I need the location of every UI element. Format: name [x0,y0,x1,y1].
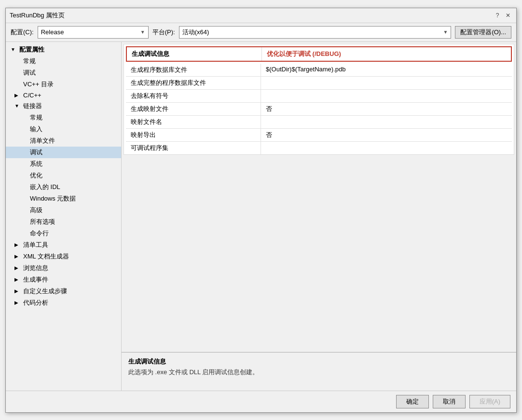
sidebar-item-linker-advanced[interactable]: 高级 [6,204,121,216]
prop-row-1[interactable]: 生成完整的程序数据库文件 [126,77,512,90]
prop-rows: 生成程序数据库文件$(OutDir)$(TargetName).pdb生成完整的… [124,64,514,154]
prop-header-col1: 生成调试信息 [127,47,262,61]
linker-debugging-label: 调试 [30,148,42,157]
ok-button[interactable]: 确定 [396,395,429,408]
main-content: ▼ 配置属性 常规调试VC++ 目录▶C/C++▼链接器常规输入清单文件调试系统… [6,42,516,391]
prop-value-0: $(OutDir)$(TargetName).pdb [261,64,512,76]
debug-label: 调试 [23,68,36,77]
sidebar-item-linker-cmdline[interactable]: 命令行 [6,228,121,239]
prop-row-4[interactable]: 映射文件名 [126,116,512,129]
properties-table: 生成调试信息 优化以便于调试 (/DEBUG) 生成程序数据库文件$(OutDi… [122,42,516,352]
prop-value-1 [261,77,512,89]
prop-header: 生成调试信息 优化以便于调试 (/DEBUG) [126,46,512,62]
prop-name-6: 可调试程序集 [126,142,261,154]
sidebar-item-linker-manifest[interactable]: 清单文件 [6,135,121,147]
linker-optimize-label: 优化 [30,171,42,180]
platform-value: 活动(x64) [182,28,209,37]
title-bar: TestRunDbg 属性页 ? ✕ [6,8,516,23]
description-panel: 生成调试信息 此选项为 .exe 文件或 DLL 启用调试信息创建。 [122,352,516,391]
config-label: 配置(C): [11,28,34,37]
cpp-expand-icon: ▶ [14,93,21,98]
sidebar-item-general[interactable]: 常规 [6,55,121,67]
linker-cmdline-label: 命令行 [30,229,49,238]
sidebar-item-debug[interactable]: 调试 [6,67,121,79]
linker-alloptions-label: 所有选项 [30,217,55,226]
dialog-title: TestRunDbg 属性页 [10,11,65,20]
sidebar-item-linker-alloptions[interactable]: 所有选项 [6,216,121,228]
linker-advanced-label: 高级 [30,206,42,215]
prop-value-4 [261,116,512,128]
sidebar-items: 常规调试VC++ 目录▶C/C++▼链接器常规输入清单文件调试系统优化嵌入的 I… [6,55,121,309]
prop-row-6[interactable]: 可调试程序集 [126,142,512,154]
sidebar: ▼ 配置属性 常规调试VC++ 目录▶C/C++▼链接器常规输入清单文件调试系统… [6,42,122,391]
linker-windows-meta-label: Windows 元数据 [30,194,76,203]
prop-row-0[interactable]: 生成程序数据库文件$(OutDir)$(TargetName).pdb [126,64,512,77]
platform-label: 平台(P): [152,28,175,37]
xml-docgen-expand-icon: ▶ [14,254,21,259]
prop-row-3[interactable]: 生成映射文件否 [126,103,512,116]
sidebar-item-linker[interactable]: ▼链接器 [6,100,121,112]
code-analysis-label: 代码分析 [23,298,48,307]
cancel-button[interactable]: 取消 [433,395,466,408]
sidebar-item-cpp[interactable]: ▶C/C++ [6,90,121,100]
sidebar-item-linker-debugging[interactable]: 调试 [6,147,121,158]
props-container: 生成调试信息 优化以便于调试 (/DEBUG) 生成程序数据库文件$(OutDi… [124,44,514,155]
toolbar-row: 配置(C): Release ▼ 平台(P): 活动(x64) ▼ 配置管理器(… [6,23,516,42]
vcpp-label: VC++ 目录 [23,80,54,89]
prop-row-5[interactable]: 映射导出否 [126,129,512,142]
linker-embedded-idl-label: 嵌入的 IDL [30,183,60,191]
browse-info-label: 浏览信息 [23,264,48,272]
manifest-tool-label: 清单工具 [23,241,48,249]
prop-name-0: 生成程序数据库文件 [126,64,261,76]
apply-button[interactable]: 应用(A) [469,395,510,408]
sidebar-root[interactable]: ▼ 配置属性 [6,44,121,55]
sidebar-item-linker-optimize[interactable]: 优化 [6,170,121,181]
sidebar-item-build-events[interactable]: ▶生成事件 [6,274,121,285]
sidebar-item-linker-input[interactable]: 输入 [6,123,121,135]
sidebar-item-linker-system[interactable]: 系统 [6,158,121,170]
prop-row-2[interactable]: 去除私有符号 [126,90,512,103]
prop-value-6 [261,142,512,154]
config-dropdown-arrow: ▼ [140,29,145,35]
prop-name-1: 生成完整的程序数据库文件 [126,77,261,89]
config-value: Release [41,28,64,36]
sidebar-item-browse-info[interactable]: ▶浏览信息 [6,262,121,274]
root-expand-icon: ▼ [11,47,17,52]
sidebar-item-vcpp[interactable]: VC++ 目录 [6,79,121,90]
sidebar-item-linker-windows-meta[interactable]: Windows 元数据 [6,193,121,204]
build-events-expand-icon: ▶ [14,277,21,282]
description-title: 生成调试信息 [128,357,509,366]
browse-info-expand-icon: ▶ [14,265,21,271]
prop-value-3: 否 [261,103,512,115]
sidebar-root-label: 配置属性 [19,45,44,54]
title-controls: ? ✕ [493,11,512,20]
platform-dropdown[interactable]: 活动(x64) ▼ [179,26,452,39]
prop-header-col2: 优化以便于调试 (/DEBUG) [262,47,346,61]
sidebar-item-xml-docgen[interactable]: ▶XML 文档生成器 [6,251,121,262]
sidebar-item-linker-general[interactable]: 常规 [6,112,121,123]
prop-name-3: 生成映射文件 [126,103,261,115]
sidebar-item-linker-embedded-idl[interactable]: 嵌入的 IDL [6,181,121,193]
platform-dropdown-arrow: ▼ [443,29,448,35]
xml-docgen-label: XML 文档生成器 [23,252,69,261]
custom-build-label: 自定义生成步骤 [23,287,67,296]
config-dropdown[interactable]: Release ▼ [38,26,149,39]
linker-label: 链接器 [23,102,42,110]
sidebar-item-custom-build[interactable]: ▶自定义生成步骤 [6,285,121,297]
linker-expand-icon: ▼ [14,103,21,108]
content-area: 生成调试信息 优化以便于调试 (/DEBUG) 生成程序数据库文件$(OutDi… [122,42,516,391]
close-button[interactable]: ✕ [504,11,512,20]
linker-system-label: 系统 [30,160,42,168]
config-manager-button[interactable]: 配置管理器(O)... [455,26,511,39]
prop-name-5: 映射导出 [126,129,261,141]
main-dialog: TestRunDbg 属性页 ? ✕ 配置(C): Release ▼ 平台(P… [5,8,517,413]
sidebar-item-code-analysis[interactable]: ▶代码分析 [6,297,121,309]
linker-input-label: 输入 [30,125,42,134]
manifest-tool-expand-icon: ▶ [14,242,21,247]
sidebar-item-manifest-tool[interactable]: ▶清单工具 [6,239,121,251]
cpp-label: C/C++ [23,92,41,99]
general-label: 常规 [23,57,36,66]
help-button[interactable]: ? [493,11,502,20]
prop-name-2: 去除私有符号 [126,90,261,102]
prop-value-5: 否 [261,129,512,141]
